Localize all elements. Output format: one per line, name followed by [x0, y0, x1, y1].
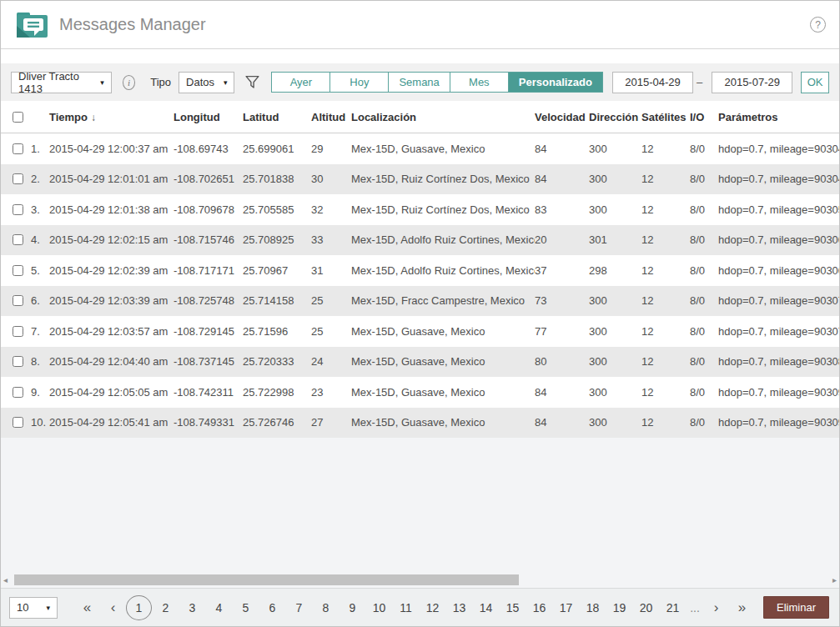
table-row[interactable]: 4. 2015-04-29 12:02:15 am -108.715746 25… — [1, 225, 839, 256]
col-tiempo[interactable]: Tiempo↓ — [49, 111, 174, 123]
page-size-value: 10 — [17, 601, 28, 614]
date-from-input[interactable] — [612, 72, 693, 93]
cell-parametros: hdop=0.7, mileage=90306 — [718, 264, 839, 277]
cell-satelites: 12 — [641, 386, 690, 399]
page-number[interactable]: 9 — [340, 595, 365, 620]
page-number[interactable]: 5 — [233, 595, 259, 620]
col-satelites[interactable]: Satélites — [641, 111, 690, 123]
row-number: 7. — [31, 325, 49, 338]
col-velocidad[interactable]: Velocidad — [535, 111, 589, 123]
col-localizacion[interactable]: Localización — [351, 111, 535, 123]
type-select[interactable]: Datos ▾ — [179, 72, 234, 93]
page-number[interactable]: 21 — [660, 595, 686, 620]
cell-latitud: 25.705585 — [243, 203, 311, 216]
cell-tiempo: 2015-04-29 12:05:05 am — [49, 386, 174, 399]
last-page-button[interactable]: » — [729, 595, 755, 620]
horizontal-scrollbar[interactable]: ◂ ▸ — [1, 573, 839, 588]
page-number[interactable]: 18 — [580, 595, 606, 620]
page-number[interactable]: 8 — [313, 595, 339, 620]
cell-altitud: 29 — [311, 143, 351, 155]
table-row[interactable]: 8. 2015-04-29 12:04:40 am -108.737145 25… — [1, 347, 839, 378]
col-io[interactable]: I/O — [690, 111, 718, 123]
page-number[interactable]: 13 — [446, 595, 472, 620]
page-number[interactable]: 14 — [473, 595, 499, 620]
col-latitud[interactable]: Latitud — [243, 111, 311, 123]
page-number[interactable]: 16 — [526, 595, 552, 620]
row-checkbox[interactable] — [13, 204, 23, 215]
page-number[interactable]: 20 — [633, 595, 659, 620]
cell-io: 8/0 — [690, 264, 718, 277]
next-page-button[interactable]: › — [703, 595, 729, 620]
row-checkbox[interactable] — [13, 173, 23, 184]
range-button[interactable]: Personalizado — [508, 72, 603, 93]
cell-localizacion: Mex-15D, Fracc Campestre, Mexico — [351, 294, 535, 307]
range-button[interactable]: Ayer — [271, 72, 330, 93]
cell-latitud: 25.722998 — [243, 386, 311, 399]
page-number[interactable]: 6 — [259, 595, 285, 620]
page-number[interactable]: 12 — [420, 595, 445, 620]
range-button[interactable]: Hoy — [329, 72, 389, 93]
cell-direccion: 300 — [589, 294, 641, 307]
delete-button[interactable]: Eliminar — [763, 596, 829, 619]
col-longitud[interactable]: Longitud — [174, 111, 243, 123]
cell-direccion: 300 — [589, 203, 641, 216]
page-number[interactable]: 17 — [553, 595, 579, 620]
scrollbar-thumb[interactable] — [14, 574, 519, 585]
date-to-input[interactable] — [712, 72, 792, 93]
cell-localizacion: Mex-15D, Guasave, Mexico — [351, 386, 535, 399]
filter-funnel-icon[interactable] — [244, 74, 260, 90]
col-altitud[interactable]: Altitud — [311, 111, 351, 123]
page-number[interactable]: 11 — [393, 595, 419, 620]
help-icon[interactable]: ? — [810, 17, 826, 33]
sort-desc-icon: ↓ — [91, 112, 96, 123]
row-checkbox[interactable] — [13, 387, 23, 398]
first-page-button[interactable]: « — [74, 595, 100, 620]
row-checkbox[interactable] — [13, 326, 23, 337]
table-row[interactable]: 5. 2015-04-29 12:02:39 am -108.717171 25… — [1, 255, 839, 286]
ok-button[interactable]: OK — [801, 72, 829, 93]
info-icon[interactable]: i — [123, 75, 135, 90]
range-button[interactable]: Semana — [388, 72, 450, 93]
page-size-select[interactable]: 10 ▾ — [9, 597, 58, 619]
scroll-right-icon[interactable]: ▸ — [832, 575, 837, 585]
page-number[interactable]: 10 — [366, 595, 392, 620]
select-all-checkbox[interactable] — [13, 112, 23, 123]
col-direccion[interactable]: Dirección — [589, 111, 641, 123]
cell-latitud: 25.70967 — [243, 264, 311, 277]
col-parametros[interactable]: Parámetros — [718, 111, 839, 123]
cell-latitud: 25.71596 — [243, 325, 311, 338]
row-checkbox[interactable] — [13, 265, 23, 276]
table-row[interactable]: 6. 2015-04-29 12:03:39 am -108.725748 25… — [1, 286, 839, 317]
row-checkbox[interactable] — [13, 356, 23, 367]
page-number[interactable]: 7 — [286, 595, 312, 620]
row-number: 2. — [31, 173, 49, 185]
row-checkbox-cell — [1, 234, 31, 245]
page-number[interactable]: 15 — [500, 595, 526, 620]
table-row[interactable]: 3. 2015-04-29 12:01:38 am -108.709678 25… — [1, 194, 839, 225]
table-row[interactable]: 9. 2015-04-29 12:05:05 am -108.742311 25… — [1, 377, 839, 408]
cell-io: 8/0 — [690, 294, 718, 307]
scroll-left-icon[interactable]: ◂ — [3, 575, 8, 585]
row-checkbox[interactable] — [13, 234, 23, 245]
prev-page-button[interactable]: ‹ — [100, 595, 126, 620]
page-number[interactable]: 3 — [179, 595, 205, 620]
page-number[interactable]: 2 — [153, 595, 179, 620]
table-row[interactable]: 7. 2015-04-29 12:03:57 am -108.729145 25… — [1, 316, 839, 347]
table-row[interactable]: 1. 2015-04-29 12:00:37 am -108.69743 25.… — [1, 133, 839, 164]
cell-latitud: 25.714158 — [243, 294, 311, 307]
row-checkbox[interactable] — [13, 295, 23, 306]
cell-satelites: 12 — [641, 355, 690, 368]
table-row[interactable]: 2. 2015-04-29 12:01:01 am -108.702651 25… — [1, 164, 839, 195]
row-checkbox[interactable] — [13, 143, 23, 154]
type-select-value: Datos — [186, 76, 214, 88]
device-select[interactable]: Dliver Tracto 1413 ▾ — [11, 72, 112, 93]
page-number[interactable]: 4 — [206, 595, 232, 620]
cell-altitud: 27 — [311, 416, 351, 429]
row-number: 4. — [31, 233, 49, 246]
table-row[interactable]: 10. 2015-04-29 12:05:41 am -108.749331 2… — [1, 408, 839, 439]
row-checkbox[interactable] — [13, 417, 23, 428]
cell-longitud: -108.715746 — [174, 233, 243, 246]
range-button[interactable]: Mes — [450, 72, 509, 93]
page-number[interactable]: 19 — [606, 595, 632, 620]
page-number[interactable]: 1 — [126, 595, 152, 620]
